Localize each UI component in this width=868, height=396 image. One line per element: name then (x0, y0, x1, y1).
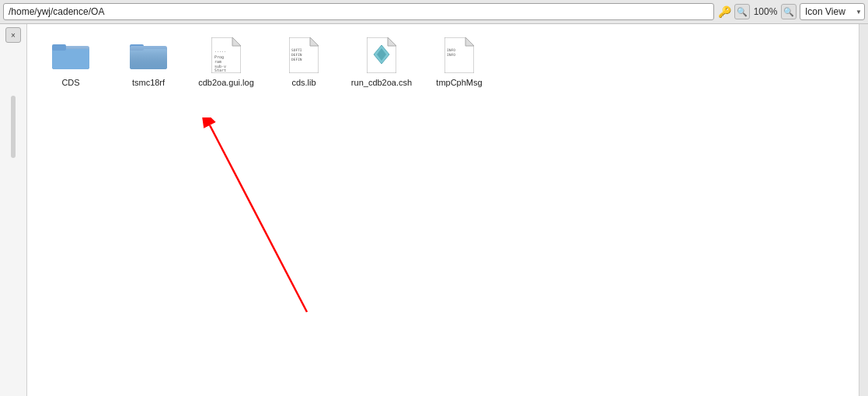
textfile-icon-cdb2oa: ····· Prog ram sub-v Start (207, 37, 245, 74)
file-item-cds[interactable]: CDS (40, 37, 102, 88)
svg-marker-9 (232, 37, 241, 46)
svg-text:DEFIN: DEFIN (291, 58, 302, 61)
file-item-tmpcphmsg[interactable]: INFO INFO tmpCphMsg (428, 37, 490, 88)
svg-text:INFO: INFO (447, 53, 455, 57)
file-item-cds-lib[interactable]: SOFTI DEFIN DEFIN cds.lib (273, 37, 335, 88)
zoom-level: 100% (752, 6, 779, 17)
zoom-out-button[interactable]: 🔍 (734, 4, 750, 19)
textfile-icon-tmpcphmsg: INFO INFO (441, 37, 478, 74)
zoom-in-icon: 🔍 (783, 7, 794, 17)
svg-text:Start: Start (214, 68, 226, 72)
svg-marker-25 (465, 37, 474, 46)
script-icon-run-cdb2oa (363, 37, 400, 74)
path-text: /home/ywj/cadence/OA (9, 6, 104, 17)
file-item-tsmc18rf[interactable]: tsmc18rf (117, 37, 180, 88)
key-icon: 🔑 (717, 5, 731, 19)
toolbar: /home/ywj/cadence/OA 🔑 🔍 100% 🔍 Icon Vie… (0, 0, 868, 24)
right-scrollbar[interactable] (859, 24, 868, 396)
svg-text:DEFIN: DEFIN (291, 53, 302, 57)
file-label-tsmc18rf: tsmc18rf (132, 77, 165, 88)
sidebar-handle (11, 96, 16, 158)
arrow-annotation (159, 117, 315, 322)
svg-text:SOFTI: SOFTI (291, 48, 302, 52)
zoom-section: 🔍 100% 🔍 (734, 4, 797, 19)
folder-icon-cds (52, 37, 89, 74)
path-bar[interactable]: /home/ywj/cadence/OA (3, 3, 714, 20)
close-icon: × (11, 31, 16, 40)
files-grid: CDS (40, 37, 846, 88)
zoom-out-icon: 🔍 (737, 7, 748, 17)
view-selector[interactable]: Icon View List View Detail View (800, 3, 865, 20)
svg-line-29 (210, 125, 307, 312)
svg-text:·····: ····· (214, 49, 226, 54)
svg-text:INFO: INFO (447, 48, 455, 52)
file-label-run-cdb2oa-csh: run_cdb2oa.csh (351, 77, 412, 88)
main-area: × (0, 24, 868, 396)
zoom-in-button[interactable]: 🔍 (781, 4, 797, 19)
svg-rect-2 (52, 49, 89, 69)
file-label-cds: CDS (61, 77, 79, 88)
file-item-cdb2oa-gui-log[interactable]: ····· Prog ram sub-v Start cdb2oa.gui.lo… (195, 37, 257, 88)
sidebar: × (0, 24, 27, 396)
file-label-cdb2oa-gui-log: cdb2oa.gui.log (198, 77, 254, 88)
svg-marker-16 (310, 37, 319, 46)
close-button[interactable]: × (5, 27, 21, 43)
file-label-cds-lib: cds.lib (291, 77, 315, 88)
svg-marker-21 (388, 37, 396, 46)
file-label-tmpcphmsg: tmpCphMsg (436, 77, 482, 88)
svg-rect-7 (130, 46, 167, 69)
svg-rect-3 (52, 44, 66, 51)
folder-icon-tsmc18rf (130, 37, 167, 74)
textfile-icon-cds-lib: SOFTI DEFIN DEFIN (285, 37, 322, 74)
file-area[interactable]: CDS (27, 24, 859, 396)
view-selector-wrapper: Icon View List View Detail View (800, 3, 865, 20)
file-item-run-cdb2oa-csh[interactable]: run_cdb2oa.csh (350, 37, 413, 88)
